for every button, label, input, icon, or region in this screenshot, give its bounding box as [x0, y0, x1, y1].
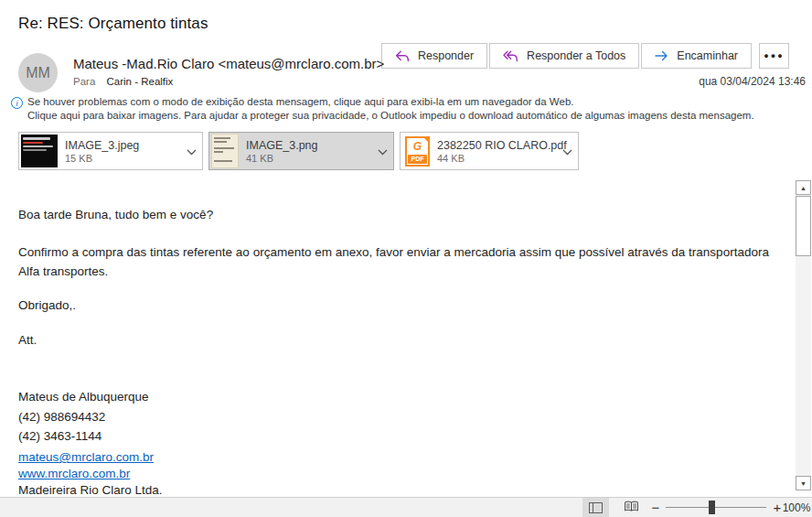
- scrollbar-thumb[interactable]: [796, 196, 811, 256]
- book-icon: [624, 500, 639, 516]
- body-paragraph: Confirmo a compra das tintas referente a…: [18, 242, 777, 281]
- zoom-slider[interactable]: [666, 498, 766, 517]
- signature-phone-2: (42) 3463-1144: [18, 426, 777, 446]
- signature-website-link[interactable]: www.mrclaro.com.br: [18, 467, 130, 480]
- reading-pane-icon: [589, 502, 603, 513]
- zoom-out-button[interactable]: −: [647, 498, 664, 517]
- scrollbar-up-arrow-icon[interactable]: ▲: [796, 180, 811, 195]
- reading-pane-view-button[interactable]: [582, 498, 609, 517]
- status-bar: − + 100%: [0, 497, 812, 517]
- zoom-slider-handle[interactable]: [709, 501, 715, 514]
- zoom-slider-track[interactable]: [666, 507, 766, 508]
- message-body: Boa tarde Bruna, tudo bem e você? Confir…: [18, 0, 777, 497]
- signature-name: Mateus de Albuquerque: [18, 387, 777, 406]
- vertical-scrollbar[interactable]: ▲ ▼: [796, 180, 811, 490]
- body-greeting: Boa tarde Bruna, tudo bem e você?: [18, 205, 777, 224]
- body-thanks: Obrigado,.: [18, 296, 777, 315]
- zoom-in-label: +: [774, 500, 782, 515]
- body-att: Att.: [18, 330, 777, 350]
- signature-phone-1: (42) 988694432: [18, 407, 777, 426]
- reading-mode-button[interactable]: [618, 498, 645, 517]
- zoom-level[interactable]: 100%: [783, 498, 810, 517]
- signature-email-link[interactable]: mateus@mrclaro.com.br: [18, 450, 154, 464]
- scrollbar-down-arrow-icon[interactable]: ▼: [796, 476, 811, 490]
- zoom-out-label: −: [652, 500, 660, 515]
- reading-pane: Re: RES: Orçamento tintas Responder Resp…: [0, 0, 812, 517]
